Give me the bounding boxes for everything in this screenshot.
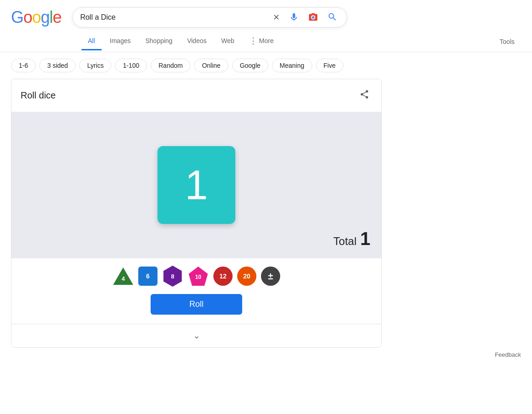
logo-letter-o1: o bbox=[23, 8, 32, 27]
tab-more-label: More bbox=[259, 37, 274, 44]
filter-chips: 1-6 3 sided Lyrics 1-100 Random Online G… bbox=[0, 52, 532, 79]
dice-display-area[interactable]: 1 Total 1 bbox=[11, 112, 381, 258]
logo-letter-e: e bbox=[53, 8, 61, 27]
dice-d4-label: 4 bbox=[121, 275, 125, 282]
search-submit-button[interactable] bbox=[326, 10, 339, 25]
total-value: 1 bbox=[360, 229, 370, 249]
total-label: Total bbox=[333, 235, 357, 248]
card-header: Roll dice bbox=[11, 79, 381, 112]
chip-3-sided[interactable]: 3 sided bbox=[39, 59, 76, 72]
more-dots-icon: ⋮ bbox=[249, 36, 257, 46]
chip-lyrics[interactable]: Lyrics bbox=[79, 59, 111, 72]
expand-section[interactable]: ⌄ bbox=[11, 324, 381, 347]
card-title: Roll dice bbox=[21, 90, 56, 101]
tab-videos[interactable]: Videos bbox=[181, 33, 213, 50]
close-icon: ✕ bbox=[273, 12, 280, 22]
tab-images[interactable]: Images bbox=[103, 33, 137, 50]
search-bar: ✕ bbox=[72, 7, 347, 27]
roll-button[interactable]: Roll bbox=[151, 294, 242, 315]
roll-area: Roll bbox=[11, 294, 381, 324]
dice-custom-button[interactable]: ± bbox=[261, 267, 280, 286]
dice-d8-button[interactable]: 8 bbox=[162, 266, 183, 287]
nav-tabs: All Images Shopping Videos Web ⋮ More To… bbox=[0, 27, 532, 52]
dice-d12-button[interactable]: 12 bbox=[213, 267, 233, 286]
tab-more[interactable]: ⋮ More bbox=[243, 31, 280, 52]
logo-letter-g: G bbox=[11, 8, 23, 27]
dice-type-selector: 4 6 8 10 12 20 ± bbox=[11, 258, 381, 294]
dice-value: 1 bbox=[185, 162, 208, 209]
image-search-button[interactable] bbox=[306, 10, 320, 25]
google-logo: G o o g l e bbox=[11, 8, 61, 27]
chip-five[interactable]: Five bbox=[316, 59, 343, 72]
dice-d20-label: 20 bbox=[243, 272, 250, 280]
svg-point-0 bbox=[312, 16, 315, 19]
tab-all[interactable]: All bbox=[81, 33, 102, 50]
dice-d10-label: 10 bbox=[195, 274, 201, 280]
clear-search-button[interactable]: ✕ bbox=[271, 11, 282, 24]
chip-1-100[interactable]: 1-100 bbox=[115, 59, 147, 72]
tab-web[interactable]: Web bbox=[215, 33, 241, 50]
chip-online[interactable]: Online bbox=[194, 59, 228, 72]
chip-meaning[interactable]: Meaning bbox=[272, 59, 312, 72]
dice-d8-label: 8 bbox=[171, 273, 174, 280]
d8-hex-shape: 8 bbox=[163, 266, 182, 287]
search-icon bbox=[327, 12, 337, 23]
dice-d10-button[interactable]: 10 bbox=[188, 266, 209, 287]
tools-button[interactable]: Tools bbox=[493, 33, 521, 50]
feedback-area: Feedback bbox=[0, 348, 532, 362]
dice-d6-button[interactable]: 6 bbox=[138, 267, 157, 286]
dice-custom-label: ± bbox=[268, 271, 273, 282]
chip-google[interactable]: Google bbox=[232, 59, 268, 72]
dice-widget-card: Roll dice 1 Total 1 4 6 8 bbox=[11, 79, 382, 348]
d10-shape: 10 bbox=[189, 267, 208, 286]
feedback-link[interactable]: Feedback bbox=[495, 351, 521, 358]
header: G o o g l e ✕ bbox=[0, 0, 532, 27]
tab-shopping[interactable]: Shopping bbox=[139, 33, 179, 50]
dice-face[interactable]: 1 bbox=[157, 146, 235, 224]
search-icons: ✕ bbox=[271, 10, 339, 25]
logo-letter-g2: g bbox=[41, 8, 49, 27]
chip-random[interactable]: Random bbox=[151, 59, 190, 72]
dice-d20-button[interactable]: 20 bbox=[237, 267, 256, 286]
total-area: Total 1 bbox=[333, 229, 370, 249]
dice-d12-label: 12 bbox=[219, 272, 227, 280]
microphone-icon bbox=[289, 12, 299, 23]
logo-letter-o2: o bbox=[32, 8, 41, 27]
chip-1-6[interactable]: 1-6 bbox=[11, 59, 36, 72]
search-input[interactable] bbox=[80, 13, 266, 22]
chevron-down-icon: ⌄ bbox=[193, 331, 200, 341]
camera-icon bbox=[308, 12, 318, 23]
logo-letter-l: l bbox=[49, 8, 53, 27]
dice-d6-label: 6 bbox=[146, 272, 150, 280]
share-button[interactable] bbox=[357, 87, 372, 104]
voice-search-button[interactable] bbox=[287, 10, 301, 25]
dice-d4-button[interactable]: 4 bbox=[113, 266, 134, 287]
